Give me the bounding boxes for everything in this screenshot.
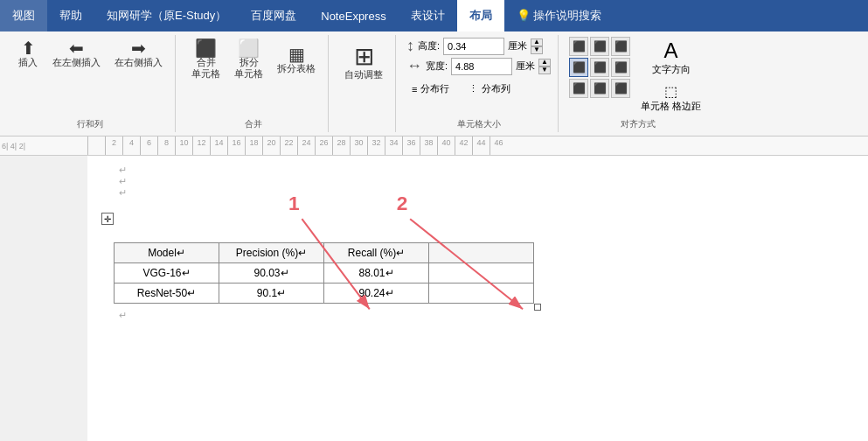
insert-above-icon: ⬆ bbox=[21, 39, 36, 57]
ruler-left-mark: 6| 4| 2| bbox=[2, 142, 25, 150]
insert-above-button[interactable]: ⬆ 插入 bbox=[12, 37, 44, 71]
group-rows-cols-label: 行和列 bbox=[77, 115, 103, 130]
ruler-mark-6: 6 bbox=[140, 136, 157, 156]
cell-margin-button[interactable]: ⬚ 单元格 格边距 bbox=[635, 81, 706, 115]
width-icon: ↔ bbox=[406, 57, 422, 75]
left-margin bbox=[0, 156, 87, 441]
ruler-mark-22: 22 bbox=[280, 136, 297, 156]
group-auto: ⊞ 自动调整 bbox=[332, 35, 396, 132]
group-rows-cols: ⬆ 插入 ⬅ 在左侧插入 ➡ 在右侧插入 行和列 bbox=[5, 35, 176, 132]
ruler-mark-34: 34 bbox=[385, 136, 402, 156]
table-move-handle[interactable]: ✛ bbox=[101, 213, 114, 225]
pilcrow-4: ↵ bbox=[119, 310, 842, 321]
data-table: Model↵ Precision (%)↵ Recall (%)↵ VGG-16… bbox=[114, 242, 534, 304]
align-middle-center-button[interactable]: ⬛ bbox=[590, 58, 609, 77]
pilcrow-1: ↵ bbox=[119, 164, 842, 176]
height-unit: 厘米 bbox=[508, 39, 527, 52]
insert-right-button[interactable]: ➡ 在右侧插入 bbox=[109, 37, 168, 71]
tab-help[interactable]: 帮助 bbox=[47, 0, 94, 32]
pilcrow-2: ↵ bbox=[119, 176, 842, 187]
col-precision-header: Precision (%)↵ bbox=[219, 243, 324, 263]
merge-cells-button[interactable]: ⬛ 合并单元格 bbox=[186, 37, 226, 82]
tab-layout[interactable]: 布局 bbox=[457, 0, 504, 32]
width-row: ↔ 宽度: 厘米 ▲ ▼ bbox=[406, 57, 551, 75]
cell-margin-label: 单元格 格边距 bbox=[641, 100, 701, 113]
align-top-right-button[interactable]: ⬛ bbox=[611, 37, 630, 56]
align-top-left-button[interactable]: ⬛ bbox=[569, 37, 588, 56]
tab-search[interactable]: 💡 操作说明搜索 bbox=[504, 0, 615, 32]
col-recall-header: Recall (%)↵ bbox=[324, 243, 429, 263]
document-content[interactable]: ↵ ↵ ↵ ✛ Model↵ Precision (%)↵ Recall (%)… bbox=[87, 156, 868, 441]
group-merge: ⬛ 合并单元格 ⬜ 拆分单元格 ▦ 拆分表格 合并 bbox=[179, 35, 329, 132]
split-table-button[interactable]: ▦ 拆分表格 bbox=[272, 43, 321, 77]
ribbon-tab-bar: 视图 帮助 知网研学（原E-Study） 百度网盘 NoteExpress 表设… bbox=[0, 0, 868, 32]
tab-view[interactable]: 视图 bbox=[0, 0, 47, 32]
ruler-mark-28: 28 bbox=[332, 136, 350, 156]
ruler-mark-14: 14 bbox=[210, 136, 227, 156]
document-area: ↵ ↵ ↵ ✛ Model↵ Precision (%)↵ Recall (%)… bbox=[0, 156, 868, 441]
table-resize-handle[interactable] bbox=[534, 304, 541, 311]
dist-cols-icon: ⋮ bbox=[469, 83, 478, 94]
insert-right-icon: ➡ bbox=[131, 39, 146, 57]
ruler-mark-8: 8 bbox=[157, 136, 175, 156]
ruler-mark-24: 24 bbox=[297, 136, 315, 156]
auto-adjust-button[interactable]: ⊞ 自动调整 bbox=[339, 37, 388, 89]
distribute-cols-button[interactable]: ⋮ 分布列 bbox=[463, 80, 516, 97]
align-label: 对齐方式 bbox=[621, 115, 656, 130]
ruler-mark-16: 16 bbox=[227, 136, 245, 156]
ruler-mark-42: 42 bbox=[455, 136, 472, 156]
dist-cols-label: 分布列 bbox=[482, 82, 510, 95]
insert-left-button[interactable]: ⬅ 在左侧插入 bbox=[47, 37, 106, 71]
align-middle-right-button[interactable]: ⬛ bbox=[611, 58, 630, 77]
height-down-button[interactable]: ▼ bbox=[531, 46, 543, 54]
table-header-row: Model↵ Precision (%)↵ Recall (%)↵ bbox=[115, 243, 534, 263]
width-input[interactable] bbox=[451, 58, 512, 75]
ruler-marks: 2 4 6 8 10 12 14 16 18 20 22 24 26 28 30… bbox=[87, 136, 507, 156]
ruler-mark-26: 26 bbox=[315, 136, 332, 156]
ruler-mark-46: 46 bbox=[490, 136, 507, 156]
text-direction-button[interactable]: A 文字方向 bbox=[635, 37, 706, 78]
ribbon-content: ⬆ 插入 ⬅ 在左侧插入 ➡ 在右侧插入 行和列 ⬛ 合并单元格 ⬜ 拆分单元格 bbox=[0, 32, 868, 136]
insert-left-label: 在左侧插入 bbox=[52, 57, 101, 68]
height-icon: ↕ bbox=[406, 37, 414, 55]
ruler-mark-4: 4 bbox=[122, 136, 140, 156]
width-spinners: ▲ ▼ bbox=[538, 59, 551, 74]
insert-right-label: 在右侧插入 bbox=[115, 57, 163, 68]
align-top-center-button[interactable]: ⬛ bbox=[590, 37, 609, 56]
ruler-mark-32: 32 bbox=[367, 136, 385, 156]
cell-resnet-precision: 90.1↵ bbox=[219, 284, 324, 304]
align-bottom-right-button[interactable]: ⬛ bbox=[611, 79, 630, 98]
ruler: 6| 4| 2| 2 4 6 8 10 12 14 16 18 20 22 24… bbox=[0, 136, 868, 156]
width-down-button[interactable]: ▼ bbox=[538, 66, 551, 74]
dist-rows-icon: ≡ bbox=[412, 84, 417, 94]
cell-size-inputs: ↕ 高度: 厘米 ▲ ▼ ↔ 宽度: 厘米 ▲ ▼ bbox=[406, 37, 551, 97]
ruler-mark-0 bbox=[87, 136, 105, 156]
auto-adjust-label: 自动调整 bbox=[344, 69, 383, 80]
cell-size-label: 单元格大小 bbox=[457, 115, 501, 130]
text-direction-icon: A bbox=[664, 38, 678, 63]
col-model-header: Model↵ bbox=[115, 243, 219, 263]
cell-vgg-model: VGG-16↵ bbox=[115, 263, 219, 284]
cell-resnet-extra bbox=[429, 284, 534, 304]
ruler-mark-10: 10 bbox=[175, 136, 192, 156]
split-cells-button[interactable]: ⬜ 拆分单元格 bbox=[229, 37, 268, 82]
height-input[interactable] bbox=[443, 38, 504, 55]
pilcrow-3: ↵ bbox=[119, 187, 842, 199]
height-row: ↕ 高度: 厘米 ▲ ▼ bbox=[406, 37, 551, 55]
tab-cnki[interactable]: 知网研学（原E-Study） bbox=[94, 0, 239, 32]
align-bottom-left-button[interactable]: ⬛ bbox=[569, 79, 588, 98]
align-middle-left-button[interactable]: ⬛ bbox=[569, 58, 588, 77]
merge-cells-icon: ⬛ bbox=[195, 39, 217, 57]
tab-baidupan[interactable]: 百度网盘 bbox=[239, 0, 309, 32]
align-bottom-center-button[interactable]: ⬛ bbox=[590, 79, 609, 98]
cell-resnet-recall: 90.24↵ bbox=[324, 284, 429, 304]
ruler-mark-44: 44 bbox=[472, 136, 490, 156]
table-row-vgg: VGG-16↵ 90.03↵ 88.01↵ bbox=[115, 263, 534, 284]
tab-tabledesign[interactable]: 表设计 bbox=[399, 0, 457, 32]
ruler-mark-36: 36 bbox=[402, 136, 420, 156]
width-label: 宽度: bbox=[426, 60, 448, 73]
merge-buttons: ⬛ 合并单元格 ⬜ 拆分单元格 ▦ 拆分表格 bbox=[186, 37, 321, 82]
cell-vgg-recall: 88.01↵ bbox=[324, 263, 429, 284]
distribute-rows-button[interactable]: ≡ 分布行 bbox=[406, 80, 455, 97]
tab-noteexpress[interactable]: NoteExpress bbox=[309, 0, 398, 32]
